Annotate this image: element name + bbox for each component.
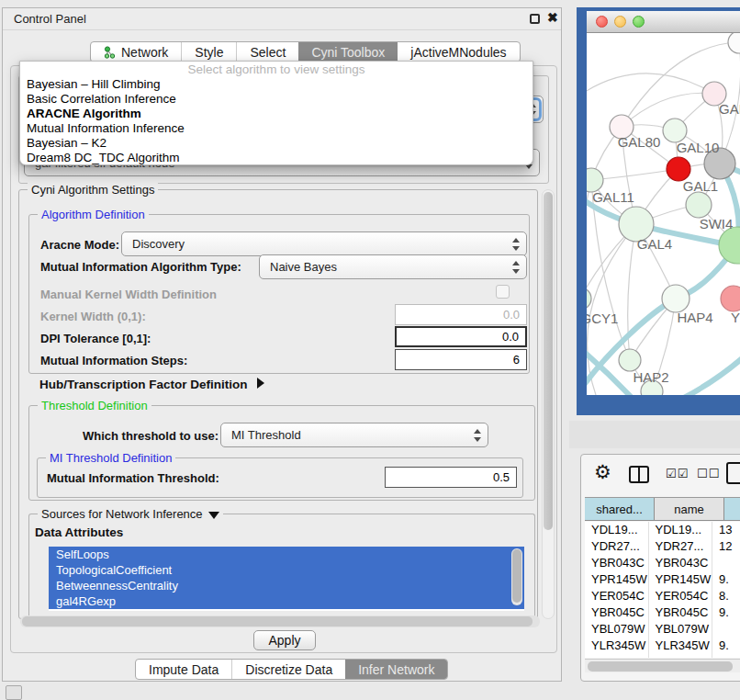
network-node-y[interactable] xyxy=(721,286,740,311)
combo-arrows-icon xyxy=(512,238,521,251)
table-cell[interactable]: 8. xyxy=(712,588,740,604)
table-cell[interactable]: YBR045C xyxy=(585,604,649,621)
table-column-header[interactable]: shared... xyxy=(585,498,655,520)
tab-network[interactable]: Network xyxy=(91,42,181,62)
table-horizontal-scrollbar[interactable] xyxy=(585,659,740,672)
table-cell[interactable]: YER054C xyxy=(585,588,649,604)
table-cell[interactable]: YDL19... xyxy=(649,522,713,538)
table-cell[interactable] xyxy=(712,621,740,638)
table-column-header[interactable]: name xyxy=(655,498,724,520)
table-row[interactable]: YPR145WYPR145W9. xyxy=(585,571,740,588)
table-horizontal-scrollbar-thumb[interactable] xyxy=(588,661,733,672)
mi-steps-field[interactable]: 6 xyxy=(395,349,527,370)
table-cell[interactable]: YBR045C xyxy=(649,604,713,621)
algorithm-popup-item[interactable]: ARACNE Algorithm xyxy=(20,107,533,121)
settings-vertical-scrollbar[interactable] xyxy=(542,189,555,619)
settings-horizontal-scrollbar-thumb[interactable] xyxy=(22,616,533,627)
table-row[interactable]: YDL19...YDL19...13 xyxy=(585,522,740,538)
network-node-gcy1[interactable] xyxy=(587,288,591,310)
mi-type-combobox[interactable]: Naive Bayes xyxy=(259,254,527,279)
network-node-hap2[interactable] xyxy=(619,349,641,371)
combo-arrows-icon xyxy=(512,261,521,274)
select-all-checks-icon[interactable]: ☑☑ xyxy=(666,467,689,480)
kernel-width-field[interactable]: 0.0 xyxy=(395,304,527,325)
tab-impute-data[interactable]: Impute Data xyxy=(136,660,231,679)
data-attribute-item[interactable]: TopologicalCoefficient xyxy=(49,562,524,578)
table-cell[interactable]: 9. xyxy=(712,571,740,588)
data-attribute-item[interactable]: gal4RGexp xyxy=(49,593,524,609)
apply-button[interactable]: Apply xyxy=(253,630,316,650)
network-node-hap4[interactable] xyxy=(662,285,690,312)
table-cell[interactable] xyxy=(712,555,740,571)
table-cell[interactable]: 9. xyxy=(712,604,740,621)
tab-select[interactable]: Select xyxy=(236,42,298,62)
data-attributes-list[interactable]: SelfLoopsTopologicalCoefficientBetweenne… xyxy=(49,547,524,611)
settings-vertical-scrollbar-thumb[interactable] xyxy=(544,192,553,530)
algorithm-popup-item[interactable]: Bayesian – Hill Climbing xyxy=(20,77,533,92)
minimize-traffic-light-icon[interactable] xyxy=(614,16,626,28)
data-attribute-item[interactable]: BetweennessCentrality xyxy=(49,578,524,593)
table-column-header[interactable] xyxy=(724,498,740,520)
which-threshold-combobox[interactable]: MI Threshold xyxy=(220,423,488,447)
table-cell[interactable]: YLR345W xyxy=(585,638,649,654)
aracne-mode-combobox[interactable]: Discovery xyxy=(121,231,527,256)
table-cell[interactable]: YDL19... xyxy=(585,522,649,538)
float-window-icon[interactable] xyxy=(530,14,540,24)
table-cell[interactable]: YER054C xyxy=(649,588,713,604)
hub-section-toggle[interactable]: Hub/Transcription Factor Definition xyxy=(39,378,264,391)
table-cell[interactable]: YDR27... xyxy=(585,538,649,555)
settings-horizontal-scrollbar[interactable] xyxy=(20,615,540,627)
columns-icon[interactable] xyxy=(629,466,649,483)
table-row[interactable]: YBR043CYBR043C xyxy=(585,555,740,571)
algorithm-popup-item[interactable]: Mutual Information Inference xyxy=(20,121,533,136)
dpi-tolerance-field[interactable]: 0.0 xyxy=(395,326,527,347)
table-cell[interactable]: YIL052C xyxy=(585,654,649,658)
network-node[interactable] xyxy=(728,33,740,53)
attributes-scrollbar[interactable] xyxy=(511,548,522,605)
table-cell[interactable]: YBL079W xyxy=(585,621,649,638)
table-cell[interactable]: YBL079W xyxy=(649,621,713,638)
zoom-traffic-light-icon[interactable] xyxy=(633,16,645,28)
new-table-icon[interactable] xyxy=(726,462,740,484)
algorithm-popup-item[interactable]: Basic Correlation Inference xyxy=(20,92,533,107)
network-node-swi4[interactable] xyxy=(686,192,712,218)
gear-icon[interactable]: ⚙ xyxy=(594,461,611,483)
table-row[interactable]: YDR27...YDR27...12 xyxy=(585,538,740,555)
table-cell[interactable]: 9. xyxy=(712,638,740,654)
manual-kernel-checkbox[interactable] xyxy=(496,285,510,299)
table-row[interactable]: YIL052CYIL052C9. xyxy=(585,654,740,658)
algorithm-popup-item[interactable]: Dream8 DC_TDC Algorithm xyxy=(20,151,533,165)
close-icon[interactable]: ✖ xyxy=(547,10,558,25)
table-cell[interactable]: YBR043C xyxy=(585,555,649,571)
attributes-scrollbar-thumb[interactable] xyxy=(512,549,521,603)
table-cell[interactable]: YDR27... xyxy=(649,538,713,555)
tab-style[interactable]: Style xyxy=(181,42,236,62)
algorithm-popup-item[interactable]: Bayesian – K2 xyxy=(20,136,533,151)
network-node[interactable] xyxy=(719,227,740,264)
sources-toggle[interactable]: Sources for Network Inference xyxy=(38,507,223,521)
table-cell[interactable]: 12 xyxy=(712,538,740,555)
docked-panel-icon[interactable] xyxy=(6,685,22,700)
algorithm-popup-list: Bayesian – Hill ClimbingBasic Correlatio… xyxy=(20,77,533,165)
table-cell[interactable]: YPR145W xyxy=(649,571,713,588)
tab-cyni-toolbox[interactable]: Cyni Toolbox xyxy=(298,42,398,62)
table-cell[interactable]: YLR345W xyxy=(649,638,713,654)
tab-infer-network[interactable]: Infer Network xyxy=(345,660,447,679)
data-attribute-item[interactable]: SelfLoops xyxy=(49,547,524,562)
tab-label: Infer Network xyxy=(358,662,434,677)
table-row[interactable]: YBL079WYBL079W xyxy=(585,621,740,638)
tab-discretize-data[interactable]: Discretize Data xyxy=(231,660,345,679)
unselect-all-checks-icon[interactable]: ☐☐ xyxy=(697,467,720,480)
table-cell[interactable]: YPR145W xyxy=(585,571,649,588)
table-cell[interactable]: YIL052C xyxy=(649,654,713,658)
table-cell[interactable]: 13 xyxy=(712,522,740,538)
mi-threshold-field[interactable]: 0.5 xyxy=(385,467,517,488)
network-canvas[interactable]: GAL7GAL80GAL10GAL1GAL11SWI4GAL4GCY1HAP4Y… xyxy=(587,33,740,395)
table-cell[interactable]: 9. xyxy=(712,654,740,658)
close-traffic-light-icon[interactable] xyxy=(596,16,608,28)
tab-jactivemnodules[interactable]: jActiveMNodules xyxy=(398,42,519,62)
table-cell[interactable]: YBR043C xyxy=(649,555,713,571)
table-row[interactable]: YLR345WYLR345W9. xyxy=(585,638,740,654)
table-row[interactable]: YER054CYER054C8. xyxy=(585,588,740,604)
table-row[interactable]: YBR045CYBR045C9. xyxy=(585,604,740,621)
